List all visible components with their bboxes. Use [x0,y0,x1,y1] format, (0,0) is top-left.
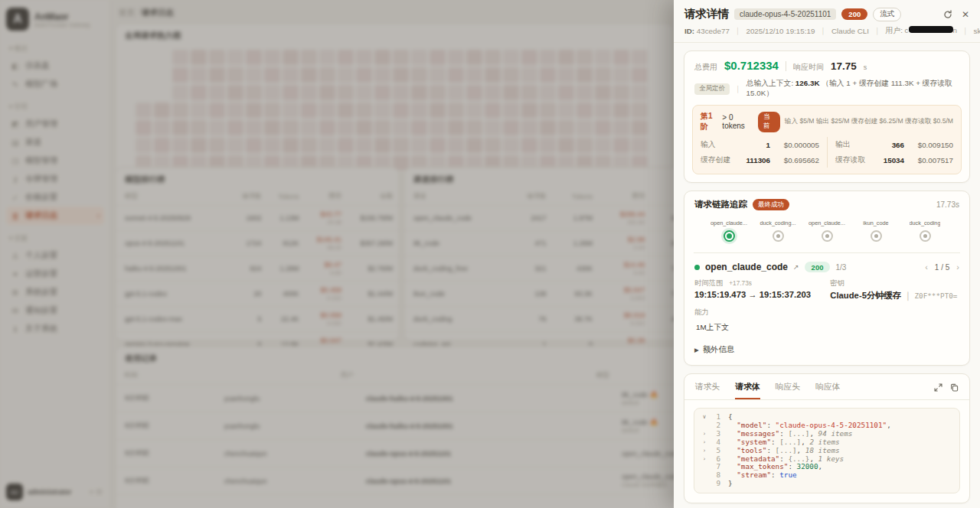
request-client: Claude CLI [831,27,869,35]
pricing-scope-badge: 全局定价 [694,83,730,95]
trace-node-dot [724,230,735,242]
attempt-channel-name: open_claude_code [705,262,788,272]
extra-info-toggle[interactable]: ▶ 额外信息 [684,340,969,365]
context-summary: 全局定价 ｜ 总输入上下文: 126.3K （输入 1 + 缓存创建 111.3… [684,78,969,105]
trace-node-dot [773,230,784,242]
total-cost-label: 总费用 [694,62,717,73]
time-range-value: 19:15:19.473 → 19:15:37.203 [694,290,830,299]
trace-node-dot [920,230,931,242]
tab-响应体[interactable]: 响应体 [815,382,840,399]
close-icon[interactable]: ✕ [962,9,969,20]
attempt-try-count: 1/3 [835,263,846,272]
tier-cell-缓存读取: 缓存读取15034$0.007517 [827,152,953,168]
refresh-button[interactable] [943,10,952,19]
tab-请求体[interactable]: 请求体 [735,382,760,399]
trace-node[interactable]: duck_coding... [758,220,798,242]
tier-current-badge: 当前 [758,112,780,132]
time-range-field: 时间范围+17.73s 19:15:19.473 → 19:15:37.203 [694,278,830,301]
trace-node[interactable]: duck_coding [905,220,945,242]
tier-range: > 0 tokens [722,113,753,130]
pricing-tier-card: 第1阶 > 0 tokens 当前 输入 $5/M 输出 $25/M 缓存创建 … [692,105,962,174]
fold-toggle-icon[interactable]: › [701,430,708,438]
fold-toggle-icon[interactable]: ∨ [701,413,708,422]
drawer-title: 请求详情 [684,7,729,21]
attempt-status-badge: 200 [805,262,831,272]
capability-field: 能力 1M上下文 [694,308,830,334]
trace-stepper: open_claude... duck_coding... open_claud… [684,212,969,252]
response-time-label: 响应时间 [793,62,824,73]
trace-node-dot [871,230,882,242]
trace-node[interactable]: open_claude... [709,220,749,242]
tier-cell-输入: 输入1$0.000005 [701,137,827,152]
external-link-icon[interactable]: ↗ [793,263,799,271]
request-meta-row: ID: 43cede77 ｜ 2025/12/10 19:15:19 ｜ Cla… [674,21,980,43]
trace-node[interactable]: ikun_code [856,220,896,242]
total-cost-value: $0.712334 [724,59,779,72]
fold-spacer [701,471,708,480]
request-time: 2025/12/10 19:15:19 [746,27,815,35]
request-detail-drawer: 请求详情 claude-opus-4-5-20251101 200 流式 ✕ I… [674,0,980,508]
fold-toggle-icon[interactable]: › [701,447,708,455]
prev-attempt-button[interactable]: ‹ [925,262,928,272]
expand-icon[interactable] [934,381,942,395]
next-attempt-button[interactable]: › [956,262,959,272]
code-line: 8 "stream": true [701,471,953,480]
tier-name: 第1阶 [701,111,717,132]
key-field: 密钥 Claude-5分钟缓存 ｜ Z0F***PT0= [830,278,959,301]
code-line: 9 } [701,480,953,488]
trace-success-badge: 最终成功 [753,199,789,210]
status-code-badge: 200 [841,8,867,20]
key-name: Claude-5分钟缓存 [830,291,901,300]
request-body-json[interactable]: ∨ 1 { 2 "model": "claude-opus-4-5-202511… [694,408,960,493]
tier-cell-缓存创建: 缓存创建111306$0.695662 [701,152,827,168]
collapse-triangle-icon: ▶ [694,347,699,353]
fold-spacer [701,463,708,471]
success-dot [694,265,700,270]
fold-toggle-icon[interactable]: › [701,438,708,447]
context-total: 126.3K [795,79,820,87]
tab-请求头[interactable]: 请求头 [695,382,720,399]
request-user: 用户: cn [886,26,957,36]
trace-node-dot [822,230,833,242]
trace-duration: 17.73s [936,200,959,209]
trace-card: 请求链路追踪 最终成功 17.73s open_claude... duck_c… [684,190,970,366]
trace-node[interactable]: open_claude... [807,220,847,242]
tab-响应头[interactable]: 响应头 [776,382,800,399]
request-api-key: sk-WvzlSy4...uwgB [974,27,980,35]
response-time-value: 17.75 [831,60,857,72]
inspector-card: 请求头请求体响应头响应体 ∨ 1 { 2 "model": "claude-op… [684,373,970,503]
model-pill: claude-opus-4-5-20251101 [734,8,836,20]
key-masked: Z0F***PT0= [914,291,957,300]
tier-cell-输出: 输出366$0.009150 [827,137,953,152]
fold-spacer [701,422,708,430]
time-delta: +17.73s [729,279,752,287]
fold-spacer [701,480,708,488]
fold-toggle-icon[interactable]: › [701,455,708,464]
capability-tag: 1M上下文 [694,322,730,334]
trace-title: 请求链路追踪 [694,199,747,210]
cost-card: 总费用 $0.712334 响应时间 17.75 s 全局定价 ｜ 总输入上下文… [684,50,970,183]
copy-icon[interactable] [950,381,959,395]
tier-rates: 输入 $5/M 输出 $25/M 缓存创建 $6.25/M 缓存读取 $0.5/… [785,117,953,126]
attempt-pagination: 1 / 5 [935,263,949,272]
stream-badge: 流式 [873,8,901,21]
request-id: 43cede77 [697,27,730,35]
redaction-bar [909,26,953,33]
